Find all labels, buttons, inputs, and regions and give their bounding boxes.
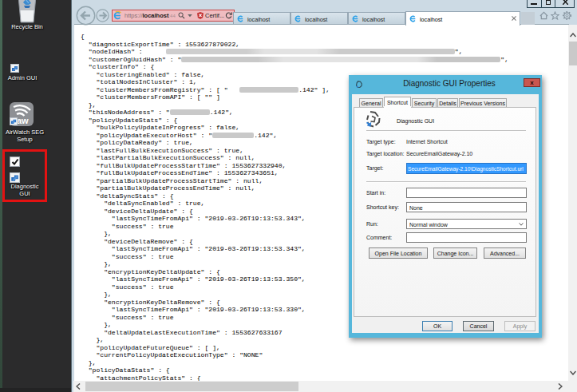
svg-text:aw: aw (17, 116, 29, 125)
